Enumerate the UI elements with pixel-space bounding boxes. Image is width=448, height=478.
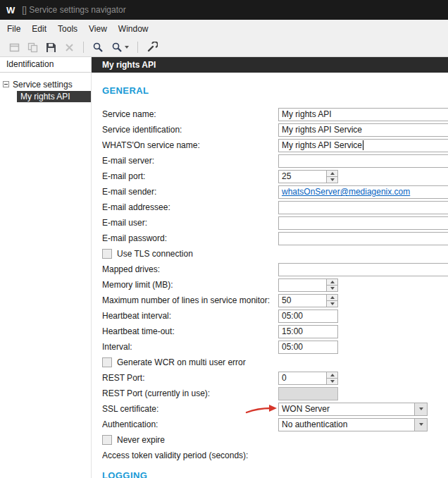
ssl-certificate-value: WON Server xyxy=(279,404,414,414)
ssl-certificate-dropdown-button[interactable] xyxy=(414,403,427,415)
toolbar xyxy=(0,38,448,57)
main-panel: My rights API GENERAL Service name:My ri… xyxy=(92,57,448,478)
e-mail-server-input[interactable] xyxy=(278,154,448,168)
tree-item-my-rights-api[interactable]: My rights API xyxy=(0,90,91,102)
interval-value: 05:00 xyxy=(279,342,337,352)
service-name-label: Service name: xyxy=(102,109,278,119)
title-bar: W [] Service settings navigator xyxy=(0,0,448,20)
form-rows: Service name:My rights APIService identi… xyxy=(102,106,448,463)
authentication-label: Authentication: xyxy=(102,419,278,429)
form-row: Authentication:No authentication xyxy=(102,417,448,432)
search-icon[interactable] xyxy=(89,39,106,55)
e-mail-port-spin-up-button[interactable] xyxy=(327,171,337,176)
ssl-certificate-select[interactable]: WON Server xyxy=(278,403,428,416)
form-row: E-mail password: xyxy=(102,231,448,246)
section-title-logging: LOGGING xyxy=(102,470,448,478)
e-mail-user-input[interactable] xyxy=(278,216,448,230)
form-row: Never expire xyxy=(102,432,448,448)
menu-item-edit[interactable]: Edit xyxy=(26,20,52,37)
use-tls-connection-checkbox[interactable] xyxy=(102,249,112,259)
e-mail-addressee-input[interactable] xyxy=(278,201,448,214)
workspace: Identification Service settings My right… xyxy=(0,57,448,478)
heartbeat-time-out-label: Heartbeat time-out: xyxy=(102,326,278,336)
e-mail-sender-input[interactable]: whatsOnServer@mediagenix.com xyxy=(278,185,448,199)
navigation-tree: Service settings My rights API xyxy=(0,73,91,102)
e-mail-user-label: E-mail user: xyxy=(102,218,278,228)
dropdown-arrow-icon xyxy=(419,407,423,410)
e-mail-port-value: 25 xyxy=(279,171,326,181)
form-row: Access token validity period (seconds): xyxy=(102,448,448,463)
e-mail-port-spin-down-button[interactable] xyxy=(327,176,337,183)
tree-item-label-selected[interactable]: My rights API xyxy=(17,91,91,102)
e-mail-sender-label: E-mail sender: xyxy=(102,187,278,197)
form-row: WHATS'On service name:My rights API Serv… xyxy=(102,137,448,153)
form-row: SSL certificate:WON Server xyxy=(102,401,448,417)
memory-limit-mb-spin-down-button[interactable] xyxy=(327,285,337,291)
whats-on-service-name-label: WHATS'On service name: xyxy=(102,140,278,150)
tree-collapse-icon[interactable] xyxy=(3,81,9,87)
form-row: Heartbeat time-out:15:00 xyxy=(102,324,448,339)
rest-port-spin-down-button[interactable] xyxy=(327,378,337,384)
tree-item-service-settings[interactable]: Service settings xyxy=(0,78,91,90)
search-options-icon[interactable] xyxy=(108,39,132,55)
memory-limit-mb-spin-up-button[interactable] xyxy=(327,279,337,285)
spinner-down-icon xyxy=(330,287,335,290)
maximum-number-of-lines-in-service-monitor-input[interactable]: 50 xyxy=(278,294,338,307)
rest-port-input[interactable]: 0 xyxy=(278,372,338,385)
menu-item-view[interactable]: View xyxy=(83,20,113,37)
form-row: Generate WCR on multi user error xyxy=(102,355,448,370)
whats-on-service-name-input[interactable]: My rights API Service xyxy=(278,139,448,152)
sidebar-header: Identification xyxy=(0,57,91,73)
form-row: E-mail sender:whatsOnServer@mediagenix.c… xyxy=(102,184,448,200)
service-name-input[interactable]: My rights API xyxy=(278,108,448,121)
spinner-up-icon xyxy=(330,281,335,283)
form-row: Heartbeat interval:05:00 xyxy=(102,308,448,324)
menu-item-window[interactable]: Window xyxy=(113,20,154,37)
maximum-number-of-lines-in-service-monitor-spin-down-button[interactable] xyxy=(327,300,337,307)
toolbar-separator xyxy=(137,42,138,53)
rest-port-label: REST Port: xyxy=(102,373,278,383)
form-row: Maximum number of lines in service monit… xyxy=(102,293,448,308)
maximum-number-of-lines-in-service-monitor-spin-up-button[interactable] xyxy=(327,295,337,300)
e-mail-addressee-label: E-mail addressee: xyxy=(102,202,278,212)
form-row: Interval:05:00 xyxy=(102,339,448,355)
never-expire-checkbox[interactable] xyxy=(102,435,112,445)
form-row: Mapped drives: xyxy=(102,262,448,277)
memory-limit-mb-input[interactable] xyxy=(278,278,338,292)
e-mail-password-input[interactable] xyxy=(278,232,448,245)
e-mail-server-label: E-mail server: xyxy=(102,156,278,166)
memory-limit-mb-label: Memory limit (MB): xyxy=(102,280,278,290)
generate-wcr-on-multi-user-error-checkbox[interactable] xyxy=(102,357,112,367)
save-icon[interactable] xyxy=(42,39,59,55)
never-expire-label: Never expire xyxy=(117,435,165,445)
open-icon[interactable] xyxy=(6,39,23,55)
tools-icon[interactable] xyxy=(144,39,161,55)
form-row: E-mail port:25 xyxy=(102,168,448,184)
menu-item-tools[interactable]: Tools xyxy=(52,20,83,37)
rest-port-spin-up-button[interactable] xyxy=(327,372,337,378)
authentication-select[interactable]: No authentication xyxy=(278,418,428,431)
delete-icon[interactable] xyxy=(61,39,77,55)
maximum-number-of-lines-in-service-monitor-label: Maximum number of lines in service monit… xyxy=(102,295,278,305)
authentication-dropdown-button[interactable] xyxy=(414,419,427,431)
spinner-buttons xyxy=(326,171,337,183)
form-row: Service identification:My rights API Ser… xyxy=(102,122,448,137)
rest-port-currently-in-use-input xyxy=(278,387,338,400)
copy-icon[interactable] xyxy=(24,39,41,55)
heartbeat-interval-input[interactable]: 05:00 xyxy=(278,310,338,323)
heartbeat-time-out-input[interactable]: 15:00 xyxy=(278,325,338,338)
access-token-validity-period-seconds-label: Access token validity period (seconds): xyxy=(102,451,278,460)
heartbeat-time-out-value: 15:00 xyxy=(279,326,337,336)
form-row: E-mail server: xyxy=(102,153,448,168)
interval-input[interactable]: 05:00 xyxy=(278,341,338,354)
settings-form: GENERAL Service name:My rights APIServic… xyxy=(92,73,448,478)
menu-item-file[interactable]: File xyxy=(1,20,26,37)
spinner-up-icon xyxy=(330,172,335,175)
mapped-drives-input[interactable] xyxy=(278,263,448,276)
e-mail-port-input[interactable]: 25 xyxy=(278,170,338,183)
ssl-certificate-label: SSL certificate: xyxy=(102,404,278,414)
service-identification-input[interactable]: My rights API Service xyxy=(278,123,448,137)
window-title: [] Service settings navigator xyxy=(22,5,125,15)
form-row: REST Port (currently in use): xyxy=(102,386,448,401)
spinner-down-icon xyxy=(330,380,335,383)
